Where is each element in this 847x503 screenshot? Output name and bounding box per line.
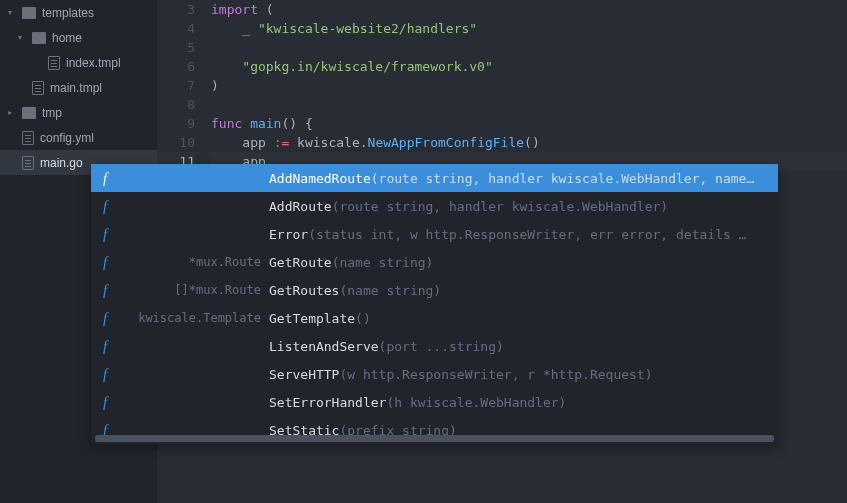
line-number: 7 bbox=[187, 78, 195, 93]
autocomplete-params: (status int, w http.ResponseWriter, err … bbox=[308, 227, 746, 242]
folder-icon bbox=[22, 107, 36, 119]
autocomplete-name: ServeHTTP bbox=[269, 367, 339, 382]
autocomplete-name: GetTemplate bbox=[269, 311, 355, 326]
autocomplete-item[interactable]: fError(status int, w http.ResponseWriter… bbox=[91, 220, 778, 248]
function-kind-icon: f bbox=[91, 254, 119, 271]
autocomplete-item[interactable]: fSetErrorHandler(h kwiscale.WebHandler) bbox=[91, 388, 778, 416]
autocomplete-item[interactable]: fAddRoute(route string, handler kwiscale… bbox=[91, 192, 778, 220]
code-line[interactable] bbox=[211, 38, 847, 57]
autocomplete-name: AddNamedRoute bbox=[269, 171, 371, 186]
code-line[interactable]: import ( bbox=[211, 0, 847, 19]
tree-item-index-tmpl[interactable]: index.tmpl bbox=[0, 50, 157, 75]
code-line[interactable]: "gopkg.in/kwiscale/framework.v0" bbox=[211, 57, 847, 76]
autocomplete-popup[interactable]: fAddNamedRoute(route string, handler kwi… bbox=[91, 164, 778, 444]
function-kind-icon: f bbox=[91, 310, 119, 327]
tree-item-tmp[interactable]: ▸tmp bbox=[0, 100, 157, 125]
autocomplete-params: (name string) bbox=[332, 255, 434, 270]
autocomplete-name: SetErrorHandler bbox=[269, 395, 386, 410]
tree-item-main-tmpl[interactable]: main.tmpl bbox=[0, 75, 157, 100]
tree-item-label: main.go bbox=[40, 156, 83, 170]
autocomplete-name: Error bbox=[269, 227, 308, 242]
folder-icon bbox=[32, 32, 46, 44]
autocomplete-params: (port ...string) bbox=[379, 339, 504, 354]
tree-item-home[interactable]: ▾home bbox=[0, 25, 157, 50]
autocomplete-item[interactable]: fAddNamedRoute(route string, handler kwi… bbox=[91, 164, 778, 192]
file-icon bbox=[32, 81, 44, 95]
line-number: 3 bbox=[187, 2, 195, 17]
code-line[interactable]: app := kwiscale.NewAppFromConfigFile() bbox=[211, 133, 847, 152]
autocomplete-return-type: *mux.Route bbox=[119, 255, 269, 269]
tree-item-label: main.tmpl bbox=[50, 81, 102, 95]
autocomplete-params: (route string, handler kwiscale.WebHandl… bbox=[332, 199, 669, 214]
autocomplete-params: (h kwiscale.WebHandler) bbox=[386, 395, 566, 410]
autocomplete-item[interactable]: fListenAndServe(port ...string) bbox=[91, 332, 778, 360]
function-kind-icon: f bbox=[91, 338, 119, 355]
autocomplete-name: AddRoute bbox=[269, 199, 332, 214]
autocomplete-return-type: []*mux.Route bbox=[119, 283, 269, 297]
chevron-down-icon: ▾ bbox=[8, 8, 18, 17]
function-kind-icon: f bbox=[91, 226, 119, 243]
line-number: 5 bbox=[187, 40, 195, 55]
tree-item-label: templates bbox=[42, 6, 94, 20]
function-kind-icon: f bbox=[91, 366, 119, 383]
function-kind-icon: f bbox=[91, 170, 119, 187]
code-line[interactable]: _ "kwiscale-website2/handlers" bbox=[211, 19, 847, 38]
autocomplete-item[interactable]: fServeHTTP(w http.ResponseWriter, r *htt… bbox=[91, 360, 778, 388]
autocomplete-item[interactable]: f[]*mux.RouteGetRoutes(name string) bbox=[91, 276, 778, 304]
code-line[interactable]: ) bbox=[211, 76, 847, 95]
line-number: 8 bbox=[187, 97, 195, 112]
chevron-right-icon: ▸ bbox=[8, 108, 18, 117]
autocomplete-params: (route string, handler kwiscale.WebHandl… bbox=[371, 171, 755, 186]
autocomplete-scrollbar[interactable] bbox=[95, 435, 774, 442]
tree-item-config-yml[interactable]: config.yml bbox=[0, 125, 157, 150]
autocomplete-params: (w http.ResponseWriter, r *http.Request) bbox=[339, 367, 652, 382]
code-line[interactable]: func main() { bbox=[211, 114, 847, 133]
line-number: 9 bbox=[187, 116, 195, 131]
autocomplete-return-type: kwiscale.Template bbox=[119, 311, 269, 325]
folder-icon bbox=[22, 7, 36, 19]
function-kind-icon: f bbox=[91, 198, 119, 215]
autocomplete-item[interactable]: f*mux.RouteGetRoute(name string) bbox=[91, 248, 778, 276]
autocomplete-item[interactable]: fkwiscale.TemplateGetTemplate() bbox=[91, 304, 778, 332]
tree-item-label: home bbox=[52, 31, 82, 45]
tree-item-label: config.yml bbox=[40, 131, 94, 145]
tree-item-templates[interactable]: ▾templates bbox=[0, 0, 157, 25]
tree-item-label: index.tmpl bbox=[66, 56, 121, 70]
code-line[interactable] bbox=[211, 95, 847, 114]
function-kind-icon: f bbox=[91, 394, 119, 411]
file-icon bbox=[48, 56, 60, 70]
function-kind-icon: f bbox=[91, 282, 119, 299]
autocomplete-params: () bbox=[355, 311, 371, 326]
file-icon bbox=[22, 156, 34, 170]
autocomplete-name: GetRoutes bbox=[269, 283, 339, 298]
autocomplete-name: GetRoute bbox=[269, 255, 332, 270]
file-icon bbox=[22, 131, 34, 145]
line-number: 10 bbox=[179, 135, 195, 150]
tree-item-label: tmp bbox=[42, 106, 62, 120]
line-number: 6 bbox=[187, 59, 195, 74]
autocomplete-params: (name string) bbox=[339, 283, 441, 298]
line-number: 4 bbox=[187, 21, 195, 36]
chevron-down-icon: ▾ bbox=[18, 33, 28, 42]
autocomplete-name: ListenAndServe bbox=[269, 339, 379, 354]
